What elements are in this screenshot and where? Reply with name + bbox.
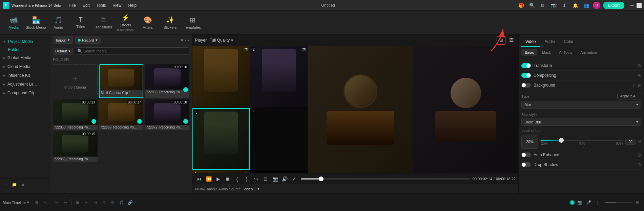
tool-stickers[interactable]: ✨ Stickers (159, 13, 181, 33)
sidebar-item-global-media[interactable]: ▶ Global Media (0, 53, 50, 62)
tl-crop-button[interactable]: ⊡ (100, 199, 108, 206)
list-item[interactable]: 00:00:15 722880_Recording Po... (53, 131, 98, 162)
photo-view-icon[interactable]: 🖼 (507, 36, 516, 45)
transform-expand-icon[interactable]: ⊕ (637, 63, 641, 68)
progress-thumb[interactable] (319, 177, 324, 181)
sidebar-item-folder[interactable]: Folder (0, 46, 50, 53)
menu-file[interactable]: File (67, 2, 79, 8)
list-item[interactable]: 00:00:10 ✓ 722866_Recording Po... (145, 64, 189, 98)
tl-redo-button[interactable]: ↪ (62, 199, 69, 206)
tl-more-btn[interactable]: ⋮ (594, 199, 601, 206)
zoom-slider[interactable] (605, 202, 632, 203)
default-select[interactable]: Default ▾ (53, 48, 73, 55)
add-media-icon[interactable]: ＋ (3, 181, 9, 188)
export-button[interactable]: Export (603, 2, 624, 9)
record-button[interactable]: Record ▾ (75, 37, 100, 44)
sidebar-item-project-media[interactable]: ▼ Project Media (0, 37, 50, 46)
sidebar-item-cloud-media[interactable]: ▶ Cloud Media (0, 62, 50, 71)
tool-stock-media[interactable]: 🏪 Stock Media (25, 13, 47, 33)
subtab-mask[interactable]: Mask (539, 49, 554, 56)
compositing-toggle[interactable] (521, 73, 531, 78)
cam-cell-1[interactable]: 📷 (192, 46, 250, 108)
cam-cell-4[interactable]: 4 (250, 108, 308, 170)
filter-icon[interactable]: ≡ (181, 38, 183, 43)
tl-split-button[interactable]: ⊣ (91, 199, 99, 206)
auto-enhance-toggle[interactable] (521, 153, 531, 157)
tl-undo-button[interactable]: ↩ (53, 199, 61, 206)
blur-slider-track[interactable] (541, 140, 623, 141)
minimize-button[interactable]: ─ (630, 3, 635, 8)
grid-view-icon[interactable]: ⊞ (497, 36, 505, 45)
tl-delete-button[interactable]: 🗑 (74, 199, 81, 206)
collapse-panel-icon[interactable]: ◀ (19, 181, 26, 188)
volume-button[interactable]: 🔊 (281, 175, 289, 183)
tab-video[interactable]: Video (521, 37, 540, 47)
background-expand-icon[interactable]: ⊕ (637, 83, 641, 88)
background-help-icon[interactable]: ? (632, 83, 635, 87)
drop-shadow-expand-icon[interactable]: ⊕ (637, 162, 641, 167)
insert-button[interactable]: ↪ (252, 175, 260, 183)
snapshot-icon[interactable]: 📷 (549, 1, 558, 9)
import-media-cell[interactable]: ＋ Import Media (53, 64, 98, 98)
tl-select-icon[interactable]: ↖ (41, 199, 49, 206)
sidebar-item-influence-kit[interactable]: ▶ Influence Kit (0, 71, 50, 80)
tl-link-button[interactable]: 🔗 (127, 199, 134, 206)
snapshot-ctrl-button[interactable]: 📷 (271, 175, 279, 183)
mark-in-button[interactable]: { (233, 175, 241, 183)
tool-media[interactable]: 📹 Media (3, 13, 24, 33)
tool-titles[interactable]: T Titles (70, 13, 91, 33)
user-avatar[interactable]: U (593, 2, 600, 9)
gift-icon[interactable]: 🎁 (517, 1, 525, 9)
apply-to-button[interactable]: Apply to A... (617, 93, 641, 99)
users-icon[interactable]: 👥 (582, 1, 590, 9)
tl-camera-btn[interactable]: 📷 (576, 199, 583, 206)
subtab-ai-tools[interactable]: AI Tools (556, 49, 576, 56)
cam-cell-6[interactable] (250, 170, 308, 173)
cam-cell-2[interactable]: 2 📷 (250, 46, 308, 108)
list-item[interactable]: 00:00:17 ✓ 722869_Recording Po... (99, 99, 144, 130)
tool-transitions[interactable]: ⧉ Transitions (92, 13, 114, 33)
sidebar-item-compound-clip[interactable]: ▶ Compound Clip (0, 89, 50, 97)
maximize-button[interactable]: ⬜ (637, 3, 641, 8)
menu-edit[interactable]: Edit (80, 2, 92, 8)
fullscreen-button[interactable]: ⤢ (290, 175, 298, 183)
notification-icon[interactable]: 🔔 (571, 1, 579, 9)
tl-grid-view-btn[interactable]: ⊞ (634, 199, 641, 206)
tl-multicam-icon[interactable]: ⊞ (33, 199, 40, 206)
search-top-icon[interactable]: 🔍 (528, 1, 536, 9)
auto-enhance-expand-icon[interactable]: ⊕ (637, 152, 641, 158)
search-input[interactable] (84, 49, 187, 53)
audio-source-select[interactable]: Video 1 ▾ (244, 187, 259, 191)
tl-cut-button[interactable]: ✂ (83, 199, 90, 206)
subtab-basic[interactable]: Basic (521, 49, 537, 56)
tool-templates[interactable]: ⊞ Templates (182, 13, 203, 33)
list-item[interactable]: Multi-Camera Clip 1 (99, 64, 144, 98)
transform-toggle[interactable] (521, 63, 531, 68)
tl-voice-btn[interactable]: 🎤 (585, 199, 592, 206)
play-button[interactable]: ▶ (214, 175, 222, 183)
tool-filters[interactable]: 🎨 Filters (137, 13, 159, 33)
list-item[interactable]: 00:00:18 ✓ 722872_Recording Po... (145, 99, 189, 130)
stop-button[interactable]: ⏹ (224, 175, 232, 183)
compositing-expand-icon[interactable]: ⊕ (637, 73, 641, 78)
tl-speed-button[interactable]: ⟳ (109, 199, 117, 206)
mark-out-button[interactable]: } (243, 175, 251, 183)
more-options-icon[interactable]: ⋯ (185, 38, 189, 43)
blur-style-select[interactable]: Basic Blur ▾ (521, 118, 641, 126)
cam-cell-3[interactable]: 3 (192, 108, 250, 170)
monitor-icon[interactable]: 🖥 (539, 1, 547, 9)
menu-view[interactable]: View (110, 2, 124, 8)
tool-audio[interactable]: 🎵 Audio (47, 13, 69, 33)
menu-tools[interactable]: Tools (94, 2, 109, 8)
tool-effects[interactable]: ⚡ Effects 0 Templates (115, 13, 136, 33)
drop-shadow-toggle[interactable] (521, 162, 531, 167)
folder-icon[interactable]: 📁 (11, 181, 18, 188)
progress-bar[interactable] (301, 178, 470, 180)
fit-button[interactable]: ⊡ (262, 175, 270, 183)
quality-select[interactable]: Full Quality ▾ (209, 38, 233, 43)
blur-level-input[interactable] (625, 139, 636, 145)
background-toggle[interactable] (521, 83, 531, 88)
timeline-record-indicator[interactable] (570, 200, 575, 205)
menu-help[interactable]: Help (125, 2, 139, 8)
subtab-animation[interactable]: Animation (577, 49, 600, 56)
